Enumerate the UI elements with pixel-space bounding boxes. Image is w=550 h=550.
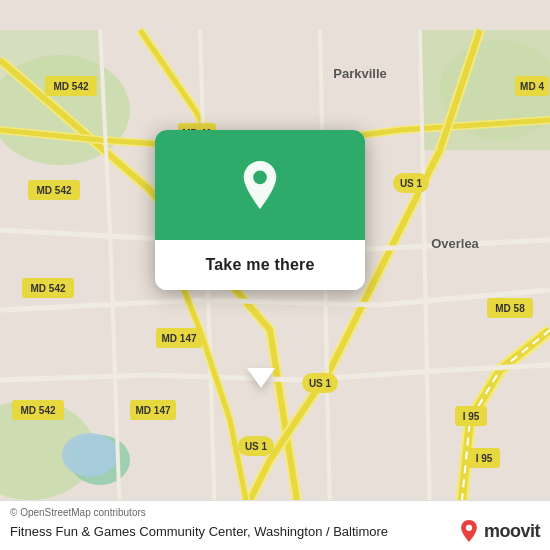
svg-text:US 1: US 1: [245, 441, 268, 452]
svg-text:MD 4: MD 4: [520, 81, 544, 92]
attribution: © OpenStreetMap contributors: [10, 507, 540, 518]
svg-point-39: [466, 525, 472, 531]
svg-text:MD 542: MD 542: [30, 283, 65, 294]
location-pin-icon: [236, 161, 284, 209]
moovit-logo: moovit: [458, 520, 540, 542]
popup-tail: [247, 368, 275, 388]
popup-header: [155, 130, 365, 240]
svg-text:MD 147: MD 147: [161, 333, 196, 344]
svg-text:MD 542: MD 542: [53, 81, 88, 92]
popup-card: Take me there: [155, 130, 365, 290]
moovit-pin-icon: [458, 520, 480, 542]
svg-point-38: [253, 170, 267, 184]
svg-text:MD 58: MD 58: [495, 303, 525, 314]
svg-text:US 1: US 1: [400, 178, 423, 189]
svg-text:Overlea: Overlea: [431, 236, 479, 251]
svg-text:MD 542: MD 542: [20, 405, 55, 416]
svg-text:MD 147: MD 147: [135, 405, 170, 416]
bottom-bar: © OpenStreetMap contributors Fitness Fun…: [0, 500, 550, 550]
moovit-brand-text: moovit: [484, 521, 540, 542]
take-me-there-button[interactable]: Take me there: [155, 240, 365, 290]
map-container: MD 542 MD 41 MD 542 MD 542 MD 542 MD 147…: [0, 0, 550, 550]
svg-text:MD 542: MD 542: [36, 185, 71, 196]
svg-point-7: [62, 433, 118, 477]
svg-text:I 95: I 95: [463, 411, 480, 422]
svg-text:Parkville: Parkville: [333, 66, 387, 81]
place-name: Fitness Fun & Games Community Center, Wa…: [10, 524, 388, 539]
svg-text:I 95: I 95: [476, 453, 493, 464]
bottom-row: Fitness Fun & Games Community Center, Wa…: [10, 520, 540, 542]
svg-text:US 1: US 1: [309, 378, 332, 389]
